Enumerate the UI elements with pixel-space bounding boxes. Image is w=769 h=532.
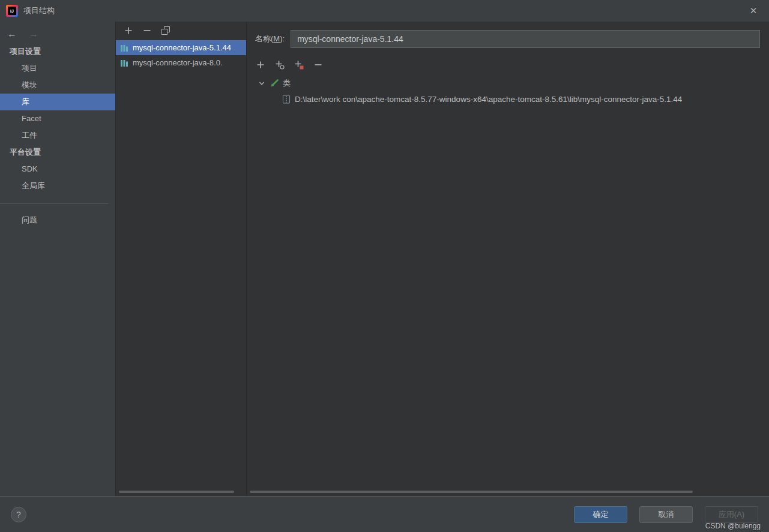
classes-category-icon xyxy=(270,79,279,88)
plus-icon xyxy=(256,60,265,70)
add-library-button[interactable] xyxy=(122,24,135,37)
sidebar-item-global-libraries[interactable]: 全局库 xyxy=(0,178,115,194)
plus-circle-icon xyxy=(275,60,285,70)
titlebar: IJ 项目结构 ✕ xyxy=(0,0,769,22)
sidebar-item-sdk[interactable]: SDK xyxy=(0,161,115,178)
name-label-suffix: ): xyxy=(280,34,285,43)
footer-buttons: 确定 取消 应用(A) xyxy=(574,506,758,523)
library-list-item-mysql-8[interactable]: mysql-connector-java-8.0. xyxy=(116,55,246,70)
chevron-down-icon[interactable] xyxy=(258,79,266,88)
sidebar: ← → 项目设置 项目 模块 库 Facet 工件 平台设置 SDK 全局库 问… xyxy=(0,22,116,496)
minus-icon xyxy=(142,26,152,35)
library-list: mysql-connector-java-5.1.44 mysql-connec… xyxy=(116,40,246,70)
intellij-logo-text: IJ xyxy=(8,7,16,15)
project-structure-dialog: IJ 项目结构 ✕ ← → 项目设置 项目 模块 库 Facet 工件 平台设置… xyxy=(0,0,769,532)
tree-node-jar-path[interactable]: D:\later\work con\apache-tomcat-8.5.77-w… xyxy=(247,91,769,107)
horizontal-scrollbar[interactable] xyxy=(250,491,693,493)
name-label: 名称(M): xyxy=(255,34,285,44)
help-button[interactable]: ? xyxy=(11,507,26,522)
section-header-project-settings: 项目设置 xyxy=(0,43,115,60)
tree-node-classes[interactable]: 类 xyxy=(247,76,769,91)
back-arrow-icon[interactable]: ← xyxy=(7,29,17,39)
sidebar-item-libraries[interactable]: 库 xyxy=(0,94,115,110)
name-label-prefix: 名称( xyxy=(255,34,273,43)
sidebar-item-project[interactable]: 项目 xyxy=(0,60,115,77)
sidebar-item-problems[interactable]: 问题 xyxy=(0,212,115,229)
sidebar-item-modules[interactable]: 模块 xyxy=(0,77,115,94)
remove-root-button[interactable] xyxy=(312,58,325,71)
library-editor-panel: 名称(M): xyxy=(247,22,769,496)
sidebar-item-facets[interactable]: Facet xyxy=(0,110,115,127)
ok-button[interactable]: 确定 xyxy=(574,506,627,523)
sidebar-divider xyxy=(0,203,108,204)
library-name-input[interactable] xyxy=(291,30,760,48)
library-icon xyxy=(119,43,129,53)
minus-icon xyxy=(313,60,323,70)
jar-file-icon xyxy=(282,94,291,104)
close-icon[interactable]: ✕ xyxy=(746,4,761,18)
tree-node-label: 类 xyxy=(283,78,291,89)
section-header-platform-settings: 平台设置 xyxy=(0,144,115,161)
library-name: mysql-connector-java-8.0. xyxy=(133,58,223,67)
library-editor-toolbar xyxy=(247,48,769,71)
cancel-button[interactable]: 取消 xyxy=(639,506,693,523)
copy-library-button[interactable] xyxy=(159,24,172,37)
library-list-item-mysql-5[interactable]: mysql-connector-java-5.1.44 xyxy=(116,40,246,55)
jar-path-text: D:\later\work con\apache-tomcat-8.5.77-w… xyxy=(295,95,682,104)
navigation-arrows: ← → xyxy=(0,25,115,43)
library-roots-tree: 类 D:\later\work con\apache-tomcat-8.5.77… xyxy=(247,76,769,107)
apply-button: 应用(A) xyxy=(705,506,758,523)
add-excluded-root-button[interactable] xyxy=(292,58,306,71)
attach-files-button[interactable] xyxy=(273,58,286,71)
copy-icon xyxy=(161,26,170,35)
dialog-body: ← → 项目设置 项目 模块 库 Facet 工件 平台设置 SDK 全局库 问… xyxy=(0,22,769,496)
plus-icon xyxy=(124,26,133,35)
question-mark-icon: ? xyxy=(16,510,21,519)
forward-arrow-icon[interactable]: → xyxy=(29,29,38,39)
horizontal-scrollbar[interactable] xyxy=(119,491,234,493)
add-root-button[interactable] xyxy=(254,58,267,71)
watermark: CSDN @bulengg xyxy=(705,522,761,530)
intellij-logo-icon: IJ xyxy=(6,5,18,17)
name-row: 名称(M): xyxy=(247,22,769,48)
plus-red-square-icon xyxy=(294,60,304,70)
library-icon xyxy=(119,58,129,68)
remove-library-button[interactable] xyxy=(140,24,154,37)
library-list-toolbar xyxy=(116,22,246,40)
dialog-title: 项目结构 xyxy=(23,5,55,16)
name-label-mnemonic: M xyxy=(273,34,280,43)
library-list-panel: mysql-connector-java-5.1.44 mysql-connec… xyxy=(116,22,247,496)
dialog-footer: ? 确定 取消 应用(A) CSDN @bulengg xyxy=(0,496,769,532)
sidebar-item-artifacts[interactable]: 工件 xyxy=(0,127,115,144)
library-name: mysql-connector-java-5.1.44 xyxy=(133,43,231,52)
